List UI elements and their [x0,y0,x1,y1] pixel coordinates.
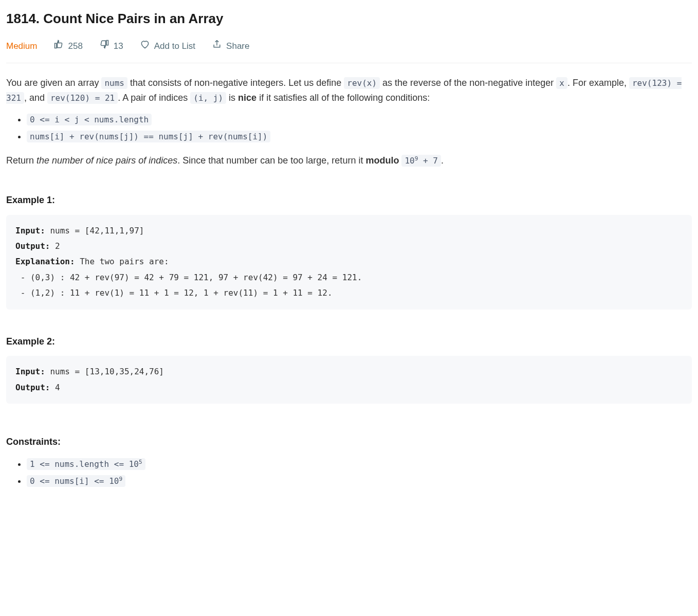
dislike-button[interactable]: 13 [99,39,123,53]
share-icon [212,39,222,53]
text: that consists of non-negative integers. … [127,78,344,88]
text: . [441,155,444,166]
code-inline: 0 <= nums[i] <= 109 [27,475,125,487]
bold: modulo [365,155,399,166]
example-block: Input: nums = [13,10,35,24,76] Output: 4 [6,356,692,404]
list-item: 0 <= i < j < nums.length [27,112,692,127]
text: if it satisfies all of the following con… [256,93,430,103]
thumbs-up-icon [53,39,64,53]
thumbs-down-icon [99,39,109,53]
meta-row: Medium 258 13 Add to List Share [6,39,692,63]
text: Return [6,155,36,166]
code-inline: rev(120) = 21 [47,92,118,104]
dislike-count: 13 [114,39,123,53]
conditions-list: 0 <= i < j < nums.length nums[i] + rev(n… [6,112,692,144]
text: You are given an array [6,78,101,88]
code-inline: 0 <= i < j < nums.length [27,114,152,125]
heart-icon [140,39,150,53]
constraints-list: 1 <= nums.length <= 105 0 <= nums[i] <= … [6,457,692,488]
difficulty-label: Medium [6,39,37,53]
problem-title: 1814. Count Nice Pairs in an Array [6,8,692,30]
share-button[interactable]: Share [212,39,249,53]
code-inline: rev(x) [344,77,380,89]
like-count: 258 [68,39,82,53]
example-heading: Example 2: [6,334,692,349]
code-inline: nums [101,77,127,89]
list-item: 0 <= nums[i] <= 109 [27,474,692,488]
code-inline: 109 + 7 [401,155,441,167]
text: as the reverse of the non-negative integ… [380,78,556,88]
add-to-list-label: Add to List [154,39,195,53]
add-to-list-button[interactable]: Add to List [140,39,195,53]
list-item: 1 <= nums.length <= 105 [27,457,692,472]
italic: the number of nice pairs of indices [36,155,177,166]
like-button[interactable]: 258 [53,39,82,53]
text: , and [24,93,47,103]
text: . For example, [567,78,629,88]
text: . A pair of indices [118,93,190,103]
code-inline: (i, j) [190,92,226,104]
code-inline: nums[i] + rev(nums[j]) == nums[j] + rev(… [27,131,270,142]
list-item: nums[i] + rev(nums[j]) == nums[j] + rev(… [27,129,692,144]
code-inline: 1 <= nums.length <= 105 [27,458,145,470]
example-heading: Example 1: [6,193,692,208]
problem-description: You are given an array nums that consist… [6,76,692,488]
text: . Since that number can be too large, re… [177,155,365,166]
text: is [226,93,238,103]
code-inline: x [556,77,567,89]
bold: nice [238,93,256,103]
example-block: Input: nums = [42,11,1,97] Output: 2 Exp… [6,215,692,310]
share-label: Share [226,39,249,53]
constraints-heading: Constraints: [6,434,692,449]
